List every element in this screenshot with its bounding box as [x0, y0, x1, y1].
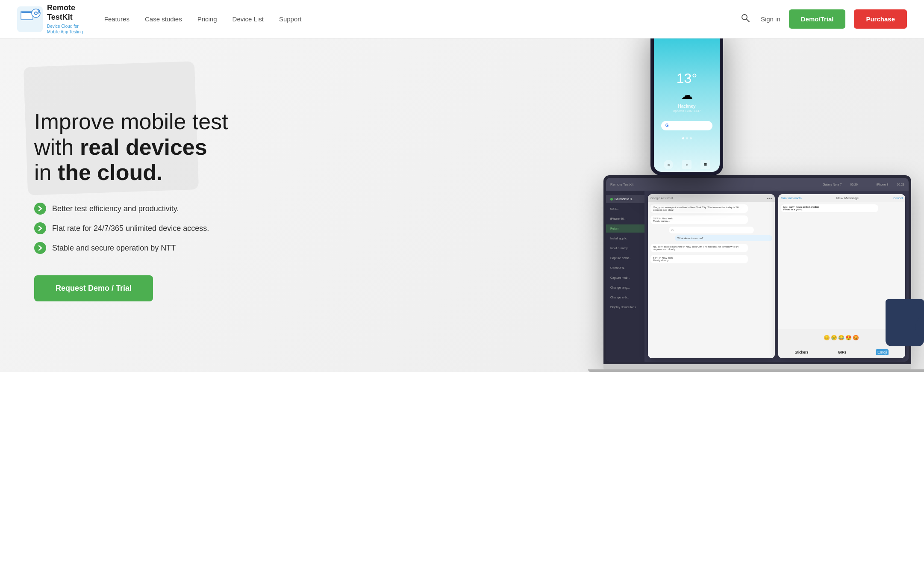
- sidebar-item-return[interactable]: Return: [606, 224, 644, 233]
- bullet-text-2: Flat rate for 24/7/365 unlimited device …: [52, 224, 209, 233]
- bullet-icon-3: [34, 242, 46, 254]
- phone-bottom-nav: ◁ ○ ☰: [650, 160, 723, 169]
- nav-support[interactable]: Support: [279, 15, 302, 23]
- hero-headline-line1: Improve mobile test: [34, 109, 228, 134]
- header: Remote TestKit Device Cloud for Mobile A…: [0, 0, 924, 38]
- coffee-mug: [886, 291, 924, 346]
- sidebar-label-capturemob: Capture mob...: [610, 276, 630, 279]
- sidebar-item-iphone: iPhone 40...: [606, 215, 644, 223]
- mug-handle: [915, 316, 924, 338]
- logo-tagline1: Device Cloud for: [47, 24, 79, 29]
- android-phone-header: Google Assistant ●●●: [648, 194, 775, 202]
- iphone-emoji-tabs: Stickers GIFs Emoji: [778, 346, 905, 358]
- sidebar-dot: [610, 198, 613, 201]
- emoji-tab[interactable]: Emoji: [876, 349, 889, 355]
- google-search-bar[interactable]: G: [669, 227, 754, 233]
- iphone-header-to: Taro Yamamoto: [781, 197, 802, 200]
- sidebar-item-install: Install applic...: [606, 234, 644, 242]
- iphone-screen: Taro Yamamoto New Message Cancel just_pa…: [778, 194, 905, 358]
- sidebar-label-iphone: iPhone 40...: [610, 217, 626, 220]
- chat-msg-4: No, don't expect sunshine in New York Ci…: [650, 244, 748, 252]
- iphone-header-cancel[interactable]: Cancel: [893, 197, 903, 200]
- iphone-messages: just_party_news added anotherPhoto to a …: [778, 202, 905, 329]
- sidebar-label-url: Open URL: [610, 266, 624, 269]
- phone-dots: [682, 137, 692, 139]
- logo-link[interactable]: Remote TestKit Device Cloud for Mobile A…: [17, 3, 83, 34]
- purchase-button[interactable]: Purchase: [854, 9, 907, 29]
- sidebar-item-logs: Display device logs: [606, 303, 644, 311]
- dot-2: [686, 137, 688, 139]
- toolbar-time1: 00:29: [850, 183, 858, 186]
- dot-3: [690, 137, 692, 139]
- svg-rect-3: [21, 12, 32, 13]
- phone-search-bar[interactable]: G: [661, 121, 713, 130]
- hero-section: Improve mobile test with real devices in…: [0, 38, 924, 372]
- hero-headline-line3-normal: in: [34, 160, 58, 185]
- gifs-tab[interactable]: GIFs: [838, 350, 846, 354]
- phone-temperature: 13°: [673, 71, 700, 86]
- phone-updated: Updated 17/02 13:47: [673, 109, 700, 112]
- demo-trial-button[interactable]: Demo/Trial: [789, 9, 846, 29]
- big-phone: 13:05 ●●● ▮▮▮ 13° ☁ Hackney Updated 17/0…: [650, 38, 723, 175]
- sidebar-item-capture: Capture devic...: [606, 254, 644, 262]
- sidebar-label-dummy: Input dummy...: [610, 247, 630, 250]
- chevron-right-icon-1: [37, 206, 43, 212]
- home-button[interactable]: ○: [682, 160, 692, 169]
- nav-device-list[interactable]: Device List: [232, 15, 264, 23]
- bullet-item-1: Better test efficiency and productivity.: [34, 203, 228, 215]
- chat-msg-5: 54°F in New YorkMostly cloudy...: [650, 255, 748, 263]
- signin-link[interactable]: Sign in: [761, 15, 780, 23]
- svg-point-6: [35, 12, 37, 14]
- search-icon: [741, 14, 750, 22]
- chevron-right-icon-2: [37, 225, 43, 231]
- android-header-signal: ●●●: [767, 197, 772, 200]
- phone-weather-display: 13° ☁ Hackney Updated 17/02 13:47: [673, 71, 700, 112]
- toolbar-device2: iPhone 3: [873, 182, 892, 187]
- hero-headline-line3: in the cloud.: [34, 160, 162, 185]
- bullet-icon-1: [34, 203, 46, 215]
- svg-line-8: [747, 19, 749, 22]
- chat-msg-1: Yes, you can expect sunshine in New York…: [650, 204, 748, 213]
- emoji-bar: 😊😢😂😍😡: [778, 329, 905, 346]
- phone-city: Hackney: [673, 104, 700, 109]
- android-phone-screen: Google Assistant ●●● Yes, you can expect…: [648, 194, 775, 358]
- laptop-main-area: Google Assistant ●●● Yes, you can expect…: [644, 191, 909, 362]
- dot-1: [682, 137, 684, 139]
- sidebar-item-dummy: Input dummy...: [606, 244, 644, 252]
- nav-pricing[interactable]: Pricing: [197, 15, 217, 23]
- sidebar-item-changelang: Change lang...: [606, 283, 644, 292]
- hero-bullets: Better test efficiency and productivity.…: [34, 203, 228, 254]
- toolbar-device1: Galaxy Note 7: [819, 182, 845, 187]
- laptop: Remote TestKit Galaxy Note 7 00:29 iPhon…: [603, 175, 911, 372]
- sidebar-item-capturemob: Capture mob...: [606, 274, 644, 282]
- iphone-header-title: New Message: [836, 196, 859, 200]
- sidebar-label-changelang: Change lang...: [610, 286, 630, 289]
- sidebar-label-goback: Go back to R...: [615, 198, 635, 201]
- sidebar-label-install: Install applic...: [610, 237, 629, 240]
- chat-msg-2: 55°F in New YorkMostly sunny...: [650, 215, 748, 224]
- laptop-base: [603, 364, 911, 369]
- hero-headline: Improve mobile test with real devices in…: [34, 109, 228, 186]
- android-header-label: Google Assistant: [650, 197, 673, 200]
- toolbar-time2: 00:29: [897, 183, 904, 186]
- search-button[interactable]: [739, 11, 752, 27]
- sidebar-label-changeinb: Change in-b...: [610, 296, 629, 299]
- hero-headline-line2-normal: with: [34, 135, 80, 159]
- sidebar-label-capture: Capture devic...: [610, 257, 631, 260]
- header-right: Sign in Demo/Trial Purchase: [739, 9, 907, 29]
- back-button[interactable]: ◁: [664, 160, 673, 169]
- nav-case-studies[interactable]: Case studies: [145, 15, 182, 23]
- hero-content: Improve mobile test with real devices in…: [0, 109, 228, 301]
- logo-line2: TestKit: [47, 13, 83, 22]
- nav-features[interactable]: Features: [104, 15, 129, 23]
- sidebar-item-goback: Go back to R...: [606, 195, 644, 203]
- hero-devices: Remote TestKit Galaxy Note 7 00:29 iPhon…: [586, 47, 924, 372]
- sticker-tab[interactable]: Stickers: [795, 350, 808, 354]
- bullet-text-3: Stable and secure operation by NTT: [52, 244, 176, 253]
- bullet-item-3: Stable and secure operation by NTT: [34, 242, 228, 254]
- logo-line1: Remote: [47, 3, 83, 13]
- emoji-row: 😊😢😂😍😡: [824, 335, 860, 341]
- recents-button[interactable]: ☰: [700, 160, 710, 169]
- request-demo-button[interactable]: Request Demo / Trial: [34, 275, 153, 301]
- sidebar-item-timer: 00:2...: [606, 205, 644, 213]
